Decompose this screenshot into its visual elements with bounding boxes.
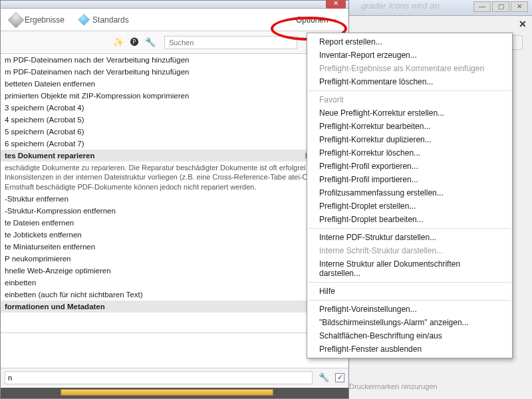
lens-p-icon[interactable]: 🅟: [127, 35, 142, 50]
menu-item[interactable]: Schaltflächen-Beschriftung ein/aus: [307, 329, 512, 342]
tab-bar: Ergebnisse Standards Optionen: [1, 9, 348, 31]
list-item[interactable]: -Struktur entfernen: [1, 193, 348, 205]
app-bottom-strip: [1, 388, 348, 398]
menu-item[interactable]: Preflight-Fenster ausblenden: [307, 342, 512, 356]
menu-item[interactable]: Interne PDF-Struktur darstellen...: [307, 231, 512, 244]
list-item[interactable]: m PDF-Dateinamen nach der Verarbeitung h…: [1, 54, 348, 66]
tab-label: Standards: [92, 15, 129, 25]
menu-item[interactable]: Preflight-Korrektur löschen...: [307, 146, 512, 160]
options-menu: Report erstellen...Inventar-Report erzeu…: [307, 33, 513, 358]
menu-item: Interne Schrift-Struktur darstellen...: [307, 244, 512, 257]
toolbar: ✨ 🅟 🔧: [1, 31, 348, 54]
close-icon[interactable]: ✕: [511, 1, 528, 12]
menu-item[interactable]: Preflight-Voreinstellungen...: [307, 303, 512, 316]
wand-icon[interactable]: ✨: [111, 35, 126, 50]
fixups-list[interactable]: m PDF-Dateinamen nach der Verarbeitung h…: [1, 54, 348, 333]
list-item[interactable]: 5 speichern (Acrobat 6): [1, 126, 348, 138]
bg-window-controls: — ▢ ✕: [473, 1, 528, 12]
list-item[interactable]: hnelle Web-Anzeige optimieren: [1, 265, 348, 277]
tab-label: Ergebnisse: [25, 15, 65, 25]
list-item[interactable]: te Miniaturseiten entfernen: [1, 241, 348, 253]
list-item[interactable]: 3 speichern (Acrobat 4): [1, 102, 348, 114]
wrench-icon[interactable]: 🔧: [317, 370, 331, 385]
list-item[interactable]: te Jobtickets entfernen: [1, 229, 348, 241]
menu-item[interactable]: Preflight-Korrektur bearbeiten...: [307, 120, 512, 133]
window-titlebar: ✕: [1, 1, 348, 9]
list-item[interactable]: te Dateien entfernen: [1, 217, 348, 229]
menu-item: Preflight-Ergebnisse als Kommentare einf…: [307, 62, 512, 75]
menu-item[interactable]: Preflight-Korrektur duplizieren...: [307, 133, 512, 146]
menu-item[interactable]: "Bildschirmeinstellungs-Alarm" anzeigen.…: [307, 316, 512, 329]
ergebnisse-icon: [7, 11, 24, 28]
menu-item[interactable]: Interne Struktur aller Dokumentschriften…: [307, 257, 512, 280]
minimize-icon[interactable]: —: [473, 1, 491, 12]
list-section-header[interactable]: tes Dokument reparierenBearbeiten..: [1, 150, 348, 162]
menu-separator: [309, 282, 511, 283]
list-item[interactable]: primierten Objekte mit ZIP-Kompression k…: [1, 90, 348, 102]
menu-item[interactable]: Profilzusammenfassung erstellen...: [307, 186, 512, 200]
menu-item[interactable]: Hilfe: [307, 285, 512, 298]
menu-separator: [309, 90, 511, 91]
list-item[interactable]: einbetten (auch für nicht sichtbaren Tex…: [1, 289, 348, 301]
list-description: eschädigte Dokumente zu reparieren. Die …: [1, 162, 348, 193]
footer-checkbox[interactable]: ✓: [335, 373, 344, 382]
maximize-icon[interactable]: ▢: [492, 1, 509, 12]
tab-ergebnisse[interactable]: Ergebnisse: [3, 11, 71, 29]
list-item[interactable]: betteten Dateien entfernen: [1, 78, 348, 90]
wrench-lens-icon[interactable]: 🔧: [143, 35, 158, 50]
menu-item[interactable]: Preflight-Profil exportieren...: [307, 160, 512, 173]
menu-item[interactable]: Preflight-Kommentare löschen...: [307, 75, 512, 88]
menu-separator: [309, 228, 511, 229]
standards-icon: [78, 14, 90, 26]
truncated-bottom-text: Druckermarken ninzurugen: [349, 382, 438, 390]
list-section-header[interactable]: formationen und Metadaten: [1, 301, 348, 313]
menu-separator: [309, 300, 511, 301]
list-item[interactable]: einbetten: [1, 277, 348, 289]
menu-item[interactable]: Neue Preflight-Korrektur erstellen...: [307, 106, 512, 120]
list-item[interactable]: P neukomprimieren: [1, 253, 348, 265]
footer-bar: 🔧 ✓: [1, 368, 348, 386]
menu-item[interactable]: Inventar-Report erzeugen...: [307, 49, 512, 62]
tab-standards[interactable]: Standards: [71, 11, 136, 29]
menu-item[interactable]: Preflight-Profil importieren...: [307, 173, 512, 186]
menu-item[interactable]: Preflight-Droplet erstellen...: [307, 200, 512, 213]
options-dropdown-button[interactable]: Optionen: [289, 14, 343, 26]
panel-close-icon[interactable]: ✕: [519, 19, 527, 29]
footer-input[interactable]: [5, 371, 313, 384]
menu-item[interactable]: Report erstellen...: [307, 35, 512, 49]
window-close-button[interactable]: ✕: [326, 0, 346, 9]
list-item[interactable]: 6 speichern (Acrobat 7): [1, 138, 348, 150]
preflight-window: ✕ Ergebnisse Standards Optionen ✨ 🅟 🔧 m …: [0, 0, 349, 399]
page-thumbnail-strip: [61, 389, 273, 396]
list-item[interactable]: -Struktur-Kompression entfernen: [1, 205, 348, 217]
list-item[interactable]: m PDF-Dateinamen nach der Verarbeitung h…: [1, 66, 348, 78]
menu-item[interactable]: Preflight-Droplet bearbeiten...: [307, 213, 512, 226]
list-item[interactable]: 4 speichern (Acrobat 5): [1, 114, 348, 126]
search-input[interactable]: [164, 36, 297, 49]
menu-item: Favorit: [307, 93, 512, 106]
